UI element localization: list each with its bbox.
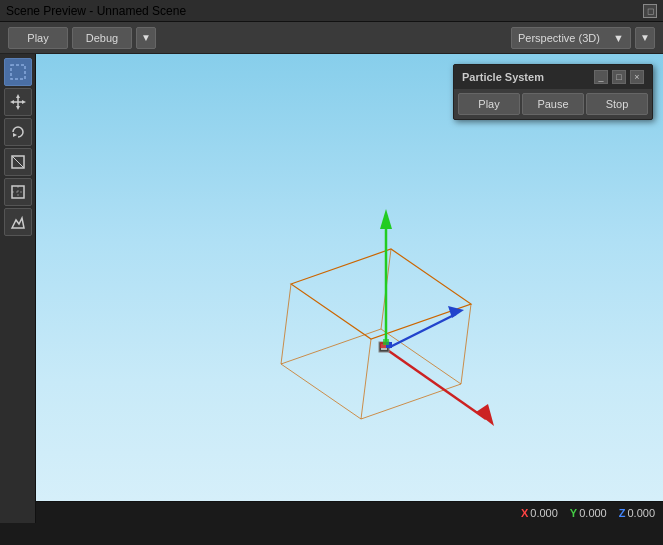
svg-marker-13 bbox=[12, 218, 24, 228]
y-coordinate: Y 0.000 bbox=[570, 507, 607, 519]
z-label: Z bbox=[619, 507, 626, 519]
svg-marker-7 bbox=[13, 133, 17, 137]
particle-panel-title: Particle System bbox=[462, 71, 544, 83]
z-value: 0.000 bbox=[627, 507, 655, 519]
svg-marker-3 bbox=[16, 94, 20, 98]
viewport[interactable]: Particle System _ □ × Play Pause Stop X … bbox=[36, 54, 663, 523]
left-toolbar bbox=[0, 54, 36, 523]
select-tool-button[interactable] bbox=[4, 58, 32, 86]
particle-stop-button[interactable]: Stop bbox=[586, 93, 648, 115]
svg-rect-30 bbox=[383, 339, 389, 345]
scene-svg bbox=[36, 54, 663, 523]
perspective-arrow: ▼ bbox=[613, 32, 624, 44]
svg-rect-0 bbox=[11, 65, 25, 79]
svg-marker-21 bbox=[380, 209, 392, 229]
terrain-tool-button[interactable] bbox=[4, 208, 32, 236]
svg-line-24 bbox=[386, 314, 456, 349]
perspective-label: Perspective (3D) bbox=[518, 32, 600, 44]
particle-play-button[interactable]: Play bbox=[458, 93, 520, 115]
particle-system-panel: Particle System _ □ × Play Pause Stop bbox=[453, 64, 653, 120]
rect-select-tool-button[interactable] bbox=[4, 178, 32, 206]
svg-line-22 bbox=[386, 349, 486, 419]
main-area: Particle System _ □ × Play Pause Stop X … bbox=[0, 54, 663, 523]
x-label: X bbox=[521, 507, 528, 519]
title-bar: Scene Preview - Unnamed Scene ◻ bbox=[0, 0, 663, 22]
z-coordinate: Z 0.000 bbox=[619, 507, 655, 519]
toolbar: Play Debug ▼ Perspective (3D) ▼ ▼ bbox=[0, 22, 663, 54]
svg-line-9 bbox=[12, 156, 24, 168]
svg-marker-6 bbox=[22, 100, 26, 104]
scale-tool-button[interactable] bbox=[4, 148, 32, 176]
particle-panel-buttons: Play Pause Stop bbox=[454, 89, 652, 119]
y-value: 0.000 bbox=[579, 507, 607, 519]
debug-dropdown-button[interactable]: ▼ bbox=[136, 27, 156, 49]
perspective-dropdown-button[interactable]: ▼ bbox=[635, 27, 655, 49]
x-coordinate: X 0.000 bbox=[521, 507, 558, 519]
y-label: Y bbox=[570, 507, 577, 519]
move-tool-button[interactable] bbox=[4, 88, 32, 116]
panel-minimize-button[interactable]: _ bbox=[594, 70, 608, 84]
debug-button[interactable]: Debug bbox=[72, 27, 132, 49]
particle-pause-button[interactable]: Pause bbox=[522, 93, 584, 115]
panel-maximize-button[interactable]: □ bbox=[612, 70, 626, 84]
panel-controls: _ □ × bbox=[594, 70, 644, 84]
svg-line-19 bbox=[361, 339, 371, 419]
play-button[interactable]: Play bbox=[8, 27, 68, 49]
title-restore-btn[interactable]: ◻ bbox=[643, 4, 657, 18]
svg-marker-5 bbox=[10, 100, 14, 104]
particle-panel-titlebar[interactable]: Particle System _ □ × bbox=[454, 65, 652, 89]
title-text: Scene Preview - Unnamed Scene bbox=[6, 4, 186, 18]
rotate-tool-button[interactable] bbox=[4, 118, 32, 146]
status-bar: X 0.000 Y 0.000 Z 0.000 bbox=[36, 501, 663, 523]
x-value: 0.000 bbox=[530, 507, 558, 519]
panel-close-button[interactable]: × bbox=[630, 70, 644, 84]
perspective-button[interactable]: Perspective (3D) ▼ bbox=[511, 27, 631, 49]
svg-line-18 bbox=[461, 304, 471, 384]
svg-marker-4 bbox=[16, 106, 20, 110]
svg-line-16 bbox=[281, 284, 291, 364]
